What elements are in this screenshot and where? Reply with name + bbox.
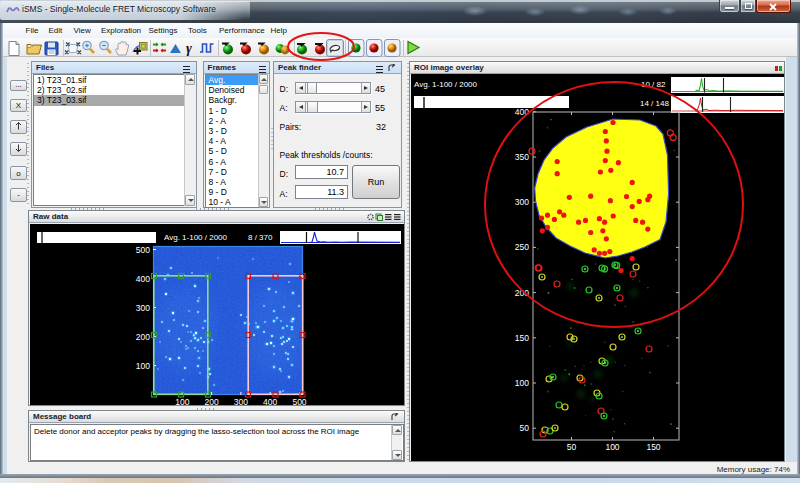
svg-text:300: 300	[234, 397, 248, 406]
svg-text:300: 300	[515, 197, 529, 207]
svg-text:500: 500	[136, 245, 150, 255]
svg-text:350: 350	[515, 152, 529, 162]
svg-text:γ: γ	[186, 41, 192, 56]
svg-text:50: 50	[567, 442, 577, 452]
svg-text:200: 200	[136, 332, 150, 342]
svg-text:200: 200	[205, 397, 219, 406]
svg-text:500: 500	[292, 397, 306, 406]
svg-text:150: 150	[515, 333, 529, 343]
svg-text:150: 150	[646, 442, 660, 452]
svg-text:400: 400	[136, 274, 150, 284]
svg-text:300: 300	[136, 303, 150, 313]
svg-text:250: 250	[515, 242, 529, 252]
svg-text:100: 100	[605, 442, 619, 452]
svg-text:100: 100	[136, 361, 150, 371]
svg-text:100: 100	[515, 378, 529, 388]
svg-text:50: 50	[520, 423, 530, 433]
svg-text:100: 100	[175, 397, 189, 406]
svg-text:400: 400	[515, 107, 529, 117]
svg-text:400: 400	[263, 397, 277, 406]
